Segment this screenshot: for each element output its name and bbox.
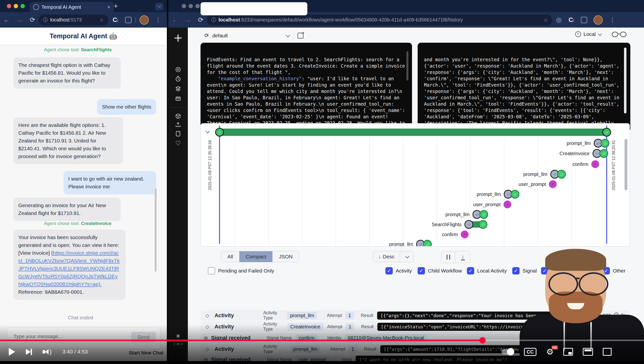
password-eye-icon[interactable]: ◎	[556, 16, 562, 24]
pending-failed-filter[interactable]: Pending and Failed Only	[208, 267, 274, 274]
temporal-logo-icon[interactable]	[174, 34, 182, 43]
theater-mode-button[interactable]	[583, 348, 593, 356]
zoom-window-button[interactable]	[20, 4, 25, 8]
address-bar[interactable]: ⓘ localhost:5173 ☆	[38, 15, 108, 25]
zoom-window-button[interactable]	[196, 4, 200, 8]
progress-scrubber[interactable]	[479, 337, 486, 344]
collapse-chevron-icon[interactable]	[206, 129, 210, 133]
extension-c-icon[interactable]: C∶	[113, 16, 118, 24]
chevron-down-icon[interactable]	[286, 33, 290, 37]
view-json-tab[interactable]: JSON	[272, 251, 299, 262]
user-message: I want to go with air new zealand. Pleas…	[64, 171, 156, 194]
batch-archive-icon[interactable]	[175, 96, 181, 103]
fullscreen-button[interactable]	[603, 348, 612, 356]
next-button[interactable]	[26, 349, 32, 355]
feedback-heart-icon[interactable]: ♡	[175, 140, 181, 147]
import-upload-icon[interactable]	[175, 122, 181, 129]
download-button[interactable]: ↓	[456, 251, 470, 263]
chat-ended-label: Chat ended	[0, 315, 161, 320]
result-code-panel[interactable]: and month you're interested in for the e…	[418, 43, 630, 132]
type-filter-local-activity[interactable]: ✓Local Activity	[467, 267, 507, 274]
profile-avatar[interactable]	[594, 15, 603, 25]
browser-menu-icon[interactable]: ⋮	[155, 16, 162, 24]
new-tab-button[interactable]: +	[114, 2, 118, 10]
play-button[interactable]	[9, 348, 15, 356]
bookmark-star-icon[interactable]: ☆	[544, 17, 548, 23]
minimize-window-button[interactable]	[14, 4, 18, 8]
glasses-icon	[548, 272, 578, 296]
docs-book-icon[interactable]	[175, 130, 181, 138]
chevron-down-icon[interactable]	[405, 254, 409, 258]
back-icon[interactable]: ←	[4, 16, 10, 24]
cluster-select[interactable]: Local	[575, 31, 601, 37]
namespace-value[interactable]: default	[212, 33, 228, 38]
browser-menu-icon[interactable]: ⋮	[609, 16, 616, 24]
reload-icon[interactable]: ⟳	[30, 16, 35, 24]
timeline-event[interactable]: confirm••	[461, 230, 468, 238]
timeline-event[interactable]: CreateInvoice◇◇	[592, 149, 608, 158]
reload-icon[interactable]: ⟳	[198, 16, 204, 24]
pause-button[interactable]	[441, 251, 456, 263]
extension-c-icon[interactable]: C∶	[568, 16, 574, 24]
site-info-icon[interactable]: ⓘ	[211, 16, 216, 23]
chat-scrollbar[interactable]	[155, 188, 156, 272]
timeline-event[interactable]: prompt_llm◇◇	[550, 170, 566, 178]
rail-divider	[170, 107, 186, 108]
tab-search-chevron-icon[interactable]: ⌵	[155, 3, 164, 10]
pending-failed-checkbox[interactable]	[208, 267, 215, 274]
timeline-event[interactable]: SearchFlights◇◇	[464, 220, 488, 229]
namespace-select[interactable]	[200, 2, 307, 15]
site-info-icon[interactable]: ⓘ	[43, 16, 48, 23]
timeline-event[interactable]: prompt_llm◇◇	[472, 210, 488, 219]
timeline-scrollbar[interactable]	[624, 139, 628, 190]
view-compact-tab[interactable]: Compact	[239, 251, 272, 262]
close-window-button[interactable]	[7, 4, 11, 8]
code-panel-scrollbar[interactable]	[406, 51, 408, 80]
browser-tab[interactable]: Temporal AI Agent ×	[30, 2, 114, 12]
captions-button[interactable]: CC	[524, 348, 536, 356]
deployments-layers-icon[interactable]	[175, 86, 181, 93]
extensions-puzzle-icon[interactable]	[125, 17, 132, 23]
person-hair	[545, 249, 606, 271]
agent-message: Generating an invoice for your Air New Z…	[14, 198, 121, 221]
timeline-event[interactable]: prompt_llm◇◇	[416, 240, 432, 246]
namespaces-cube-icon[interactable]	[175, 113, 181, 120]
bookmark-star-icon[interactable]: ☆	[100, 17, 104, 23]
timeline-event[interactable]: prompt_llm◇◇	[504, 190, 519, 198]
timeline-event[interactable]: user_prompt••	[549, 180, 557, 188]
miniplayer-button[interactable]	[563, 348, 573, 356]
sort-desc-button[interactable]: ↓Desc	[373, 251, 400, 262]
chat-app: Temporal AI Agent 🤖 Agent chose tool: Se…	[0, 28, 167, 364]
settings-gear-icon[interactable]: ⚙HD	[546, 347, 554, 357]
agent-message: The cheapest flight option is with Catha…	[14, 57, 121, 88]
input-code-panel[interactable]: FindEvents: Find an event to travel to 2…	[200, 43, 412, 132]
type-filter-child-workflow[interactable]: ✓Child Workflow	[418, 267, 462, 274]
volume-button[interactable]: )	[43, 348, 52, 356]
workflows-icon[interactable]: ◎	[176, 66, 181, 73]
code-panel-scrollbar[interactable]	[624, 48, 626, 114]
timeline-event[interactable]: user_prompt••	[504, 200, 511, 208]
open-external-icon[interactable]: ↗	[298, 33, 304, 38]
back-icon[interactable]: ←	[172, 16, 178, 24]
close-tab-icon[interactable]: ×	[107, 4, 110, 10]
view-all-tab[interactable]: All	[221, 251, 239, 262]
letterbox-bottom	[0, 361, 644, 364]
temporal-nav-rail: ◎ ♡ ☀ 2.30.3	[168, 28, 188, 364]
timeline-event[interactable]: prompt_llm◇◇	[594, 139, 609, 148]
close-window-button[interactable]	[182, 4, 186, 8]
profile-avatar[interactable]	[140, 15, 149, 25]
timeline-event[interactable]: confirm••	[591, 160, 599, 168]
address-bar[interactable]: ⓘ localhost:8233/namespaces/default/work…	[207, 15, 552, 25]
codec-glasses-icon[interactable]	[612, 32, 626, 37]
schedules-icon[interactable]	[175, 76, 181, 83]
autoplay-toggle[interactable]	[502, 349, 514, 354]
workflow-start-marker[interactable]: ◇	[215, 128, 224, 136]
forward-icon[interactable]: →	[185, 16, 191, 24]
forward-icon[interactable]: →	[16, 16, 23, 24]
workflow-span-bar[interactable]	[220, 128, 607, 136]
workflow-end-marker[interactable]: ◇	[602, 128, 611, 136]
type-filter-activity[interactable]: ✓Activity	[386, 267, 412, 274]
chevron-down-icon	[598, 32, 602, 36]
extensions-puzzle-icon[interactable]	[581, 17, 587, 23]
minimize-window-button[interactable]	[188, 4, 193, 8]
